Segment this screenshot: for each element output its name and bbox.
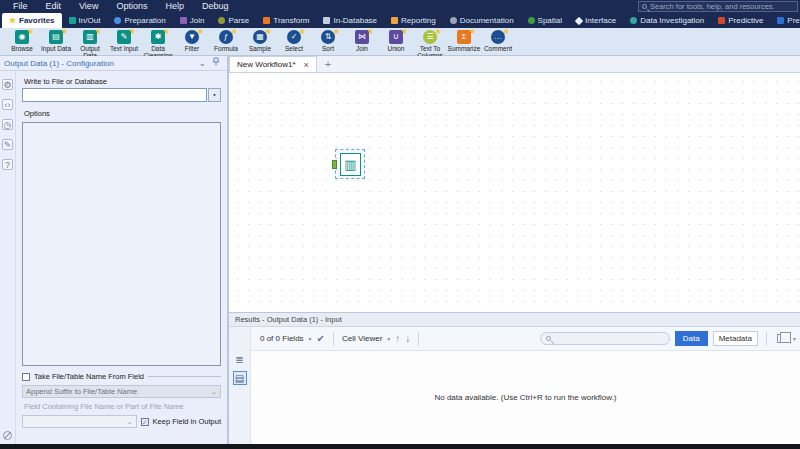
log-view-icon[interactable]: ▤ (233, 371, 247, 385)
arrow-down-icon[interactable]: ↓ (405, 330, 410, 348)
menu-item[interactable]: Options (107, 0, 156, 13)
category-tab-label: Transform (273, 13, 309, 28)
chevron-down-icon[interactable]: ▾ (793, 335, 796, 342)
category-icon (391, 17, 398, 24)
palette-tool[interactable]: ƒ ★ Formula (210, 29, 242, 59)
menu-item[interactable]: Help (156, 0, 193, 13)
favorite-star-icon: ★ (163, 28, 170, 36)
category-tab-label: Prescriptive (787, 13, 800, 28)
palette-tool[interactable]: … ★ Comment (482, 29, 514, 59)
palette-tool[interactable]: ◉ ★ Browse (6, 29, 38, 59)
palette-tool[interactable]: ✱ ★ Data Cleansing (142, 29, 174, 59)
palette-tool[interactable]: ▦ ★ Sample (244, 29, 276, 59)
category-icon (114, 17, 121, 24)
tool-label: Sort (322, 46, 334, 53)
search-input[interactable] (650, 2, 794, 11)
config-tab-strip: ⚙ ‹› ◷ ✎ ? (0, 71, 16, 444)
category-tab[interactable]: Parse (211, 13, 256, 28)
palette-tool[interactable]: ▼ ★ Filter (176, 29, 208, 59)
favorite-star-icon: ★ (367, 28, 374, 36)
palette-tool[interactable]: Σ ★ Summarize (448, 29, 480, 59)
palette-tool[interactable]: ⋈ ★ Join (346, 29, 378, 59)
palette-tool[interactable]: ∪ ★ Union (380, 29, 412, 59)
category-tab[interactable]: Predictive (711, 13, 770, 28)
category-tab[interactable]: Reporting (384, 13, 443, 28)
favorite-star-icon: ★ (401, 28, 408, 36)
write-to-input[interactable] (22, 88, 207, 102)
tool-label: Browse (11, 46, 33, 53)
browse-file-button[interactable]: ▪ (208, 88, 221, 102)
take-name-checkbox[interactable] (22, 373, 30, 381)
results-search[interactable] (540, 332, 670, 345)
input-anchor[interactable] (332, 160, 337, 169)
open-in-new-window-icon[interactable] (777, 334, 786, 343)
category-tab[interactable]: Prescriptive (770, 13, 800, 28)
menu-item[interactable]: Debug (193, 0, 238, 13)
cell-viewer-button[interactable]: Cell Viewer (342, 334, 382, 343)
results-header: Results - Output Data (1) - Input (229, 313, 800, 327)
palette-tool[interactable]: ▤ ★ Input Data (40, 29, 72, 59)
configuration-header: Output Data (1) - Configuration ⌄ (0, 56, 227, 71)
output-data-tool-node[interactable]: ▥ (335, 149, 365, 179)
category-tab[interactable]: ★ Favorites (2, 13, 62, 28)
palette-tool[interactable]: ✓ ★ Select (278, 29, 310, 59)
checkmark-icon[interactable]: ✔ (317, 330, 325, 348)
palette-tool[interactable]: ⇅ ★ Sort (312, 29, 344, 59)
tag-icon[interactable]: ✎ (2, 139, 13, 150)
category-tab-label: Favorites (19, 13, 55, 28)
pin-icon[interactable] (209, 57, 223, 69)
tool-label: Text Input (110, 46, 138, 53)
favorite-star-icon: ★ (61, 28, 68, 36)
chevron-down-icon[interactable]: ▾ (387, 335, 390, 342)
menu-item[interactable]: Edit (37, 0, 71, 13)
options-list[interactable] (22, 122, 221, 366)
suffix-dropdown[interactable]: Append Suffix to File/Table Name ⌄ (22, 385, 221, 398)
performance-clock-icon[interactable]: ◷ (2, 119, 13, 130)
global-search[interactable] (638, 1, 798, 12)
palette-tool[interactable]: ☰ ★ Text To Columns (414, 29, 446, 59)
gear-icon[interactable]: ⚙ (2, 79, 13, 90)
new-workflow-button[interactable]: + (317, 56, 339, 72)
palette-tool[interactable]: ▥ ★ Output Data (74, 29, 106, 59)
category-tab[interactable]: Interface (569, 13, 623, 28)
category-tab[interactable]: In/Out (62, 13, 108, 28)
category-tab[interactable]: Documentation (443, 13, 521, 28)
fields-count[interactable]: 0 of 0 Fields (260, 334, 304, 343)
favorite-star-icon: ★ (197, 28, 204, 36)
chevron-down-icon[interactable]: ▾ (309, 335, 312, 342)
divider (333, 332, 334, 346)
annotation-icon[interactable]: ‹› (2, 99, 13, 110)
workflow-tab[interactable]: New Workflow1* × (229, 56, 317, 72)
arrow-up-icon[interactable]: ↑ (395, 330, 400, 348)
bottom-edge-bar (0, 444, 800, 449)
category-tab[interactable]: Join (173, 13, 212, 28)
collapse-chevron-icon[interactable]: ⌄ (195, 57, 209, 69)
category-tab[interactable]: Preparation (107, 13, 172, 28)
metadata-toggle-button[interactable]: Metadata (713, 331, 758, 346)
category-icon (323, 17, 330, 24)
status-disabled-icon (3, 431, 12, 440)
results-toolbar: 0 of 0 Fields ▾ ✔ Cell Viewer ▾ ↑ ↓ Data… (229, 327, 800, 351)
category-tab[interactable]: Spatial (521, 13, 569, 28)
data-toggle-button[interactable]: Data (675, 331, 708, 346)
category-icon (263, 17, 270, 24)
keep-field-checkbox[interactable]: ✓ (141, 418, 149, 426)
favorite-star-icon: ★ (435, 28, 442, 36)
category-tab[interactable]: Transform (256, 13, 316, 28)
table-view-icon[interactable]: ≣ (233, 353, 247, 367)
field-name-dropdown[interactable]: ⌄ (22, 415, 137, 428)
category-icon (528, 17, 535, 24)
workflow-canvas[interactable]: ▥ (229, 73, 800, 312)
search-icon (642, 4, 647, 9)
palette-tool[interactable]: ✎ ★ Text Input (108, 29, 140, 59)
category-tab-label: Join (190, 13, 205, 28)
results-search-input[interactable] (554, 334, 664, 343)
menu-item[interactable]: File (4, 0, 37, 13)
help-icon[interactable]: ? (2, 159, 13, 170)
menu-item[interactable]: View (70, 0, 107, 13)
close-tab-icon[interactable]: × (304, 60, 309, 70)
category-tab[interactable]: In-Database (316, 13, 384, 28)
options-label: Options (24, 109, 221, 118)
take-name-label: Take File/Table Name From Field (34, 372, 144, 381)
category-tab[interactable]: Data Investigation (623, 13, 711, 28)
